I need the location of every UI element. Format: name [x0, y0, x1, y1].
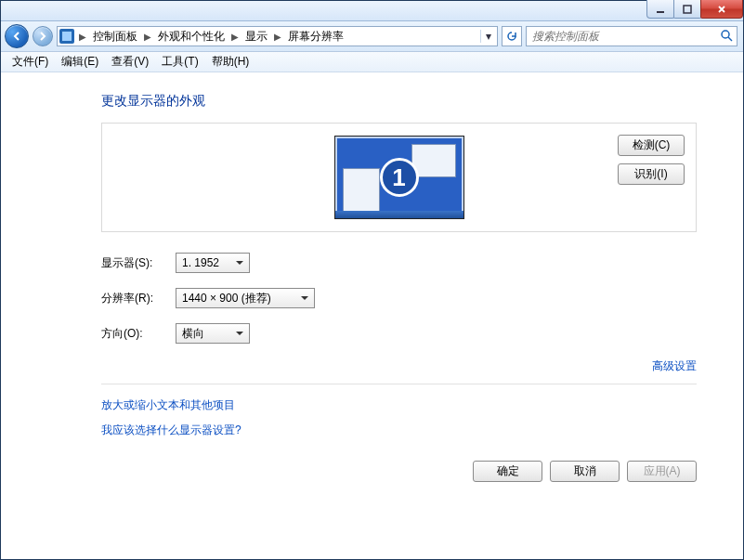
divider	[101, 384, 697, 384]
settings-form: 显示器(S): 1. 1952 分辨率(R): 1440 × 900 (推荐) …	[101, 253, 697, 344]
apply-button[interactable]: 应用(A)	[627, 461, 697, 482]
menu-bar: 文件(F) 编辑(E) 查看(V) 工具(T) 帮助(H)	[1, 52, 743, 72]
chevron-right-icon: ▶	[76, 32, 89, 42]
orientation-label: 方向(O):	[101, 326, 176, 342]
page-title: 更改显示器的外观	[101, 93, 697, 110]
nav-bar: ▶ 控制面板 ▶ 外观和个性化 ▶ 显示 ▶ 屏幕分辨率 ▾	[1, 21, 743, 52]
address-bar[interactable]: ▶ 控制面板 ▶ 外观和个性化 ▶ 显示 ▶ 屏幕分辨率 ▾	[57, 26, 498, 46]
close-button[interactable]	[700, 0, 743, 19]
detect-button[interactable]: 检测(C)	[618, 135, 685, 156]
menu-file[interactable]: 文件(F)	[7, 52, 54, 72]
menu-tools[interactable]: 工具(T)	[156, 52, 203, 72]
breadcrumb-segment[interactable]: 屏幕分辨率	[286, 29, 346, 45]
which-settings-link[interactable]: 我应该选择什么显示器设置?	[101, 423, 697, 438]
chevron-right-icon: ▶	[228, 32, 241, 42]
resolution-label: 分辨率(R):	[101, 291, 176, 306]
display-label: 显示器(S):	[101, 255, 176, 271]
breadcrumb-segment[interactable]: 显示	[243, 29, 269, 45]
back-button[interactable]	[5, 24, 29, 48]
menu-view[interactable]: 查看(V)	[106, 52, 154, 72]
svg-rect-0	[657, 11, 664, 13]
display-combo[interactable]: 1. 1952	[176, 253, 250, 273]
cancel-button[interactable]: 取消	[550, 461, 620, 482]
breadcrumb-segment[interactable]: 外观和个性化	[156, 29, 227, 45]
preview-taskbar-icon	[335, 211, 463, 218]
maximize-button[interactable]	[673, 0, 701, 19]
breadcrumb-segment[interactable]: 控制面板	[91, 29, 139, 45]
control-panel-icon	[59, 29, 74, 44]
menu-edit[interactable]: 编辑(E)	[56, 52, 104, 72]
preview-side-buttons: 检测(C) 识别(I)	[618, 135, 685, 185]
monitor-preview[interactable]: 1	[334, 136, 464, 219]
svg-point-2	[722, 31, 729, 38]
svg-rect-1	[684, 6, 691, 13]
chevron-right-icon: ▶	[271, 32, 284, 42]
dialog-buttons: 确定 取消 应用(A)	[101, 461, 697, 482]
preview-window-icon	[343, 168, 380, 213]
refresh-button[interactable]	[502, 26, 522, 46]
search-input[interactable]	[530, 29, 720, 44]
advanced-settings-link[interactable]: 高级设置	[652, 359, 697, 372]
minimize-button[interactable]	[646, 0, 674, 19]
orientation-value: 横向	[182, 326, 204, 342]
monitor-number: 1	[380, 158, 419, 197]
text-size-link[interactable]: 放大或缩小文本和其他项目	[101, 397, 697, 413]
resolution-value: 1440 × 900 (推荐)	[182, 291, 271, 306]
resolution-combo[interactable]: 1440 × 900 (推荐)	[176, 288, 315, 308]
advanced-settings-row: 高级设置	[101, 358, 697, 374]
svg-line-3	[728, 37, 732, 41]
chevron-right-icon: ▶	[141, 32, 154, 42]
title-bar	[1, 1, 743, 21]
display-preview-box: 1 检测(C) 识别(I)	[101, 123, 697, 232]
forward-button[interactable]	[33, 26, 53, 46]
menu-help[interactable]: 帮助(H)	[206, 52, 255, 72]
window: ▶ 控制面板 ▶ 外观和个性化 ▶ 显示 ▶ 屏幕分辨率 ▾ 文件(F) 编辑(…	[0, 0, 744, 560]
identify-button[interactable]: 识别(I)	[618, 163, 685, 185]
address-dropdown-icon[interactable]: ▾	[480, 30, 495, 43]
orientation-combo[interactable]: 横向	[176, 323, 250, 344]
window-controls	[647, 0, 743, 19]
search-icon[interactable]	[720, 29, 733, 45]
related-links: 放大或缩小文本和其他项目 我应该选择什么显示器设置?	[101, 397, 697, 438]
display-value: 1. 1952	[182, 256, 219, 269]
ok-button[interactable]: 确定	[473, 461, 542, 482]
content-area: 更改显示器的外观 1 检测(C) 识别(I) 显示器(S): 1. 1952	[1, 72, 743, 559]
search-box[interactable]	[526, 26, 737, 46]
